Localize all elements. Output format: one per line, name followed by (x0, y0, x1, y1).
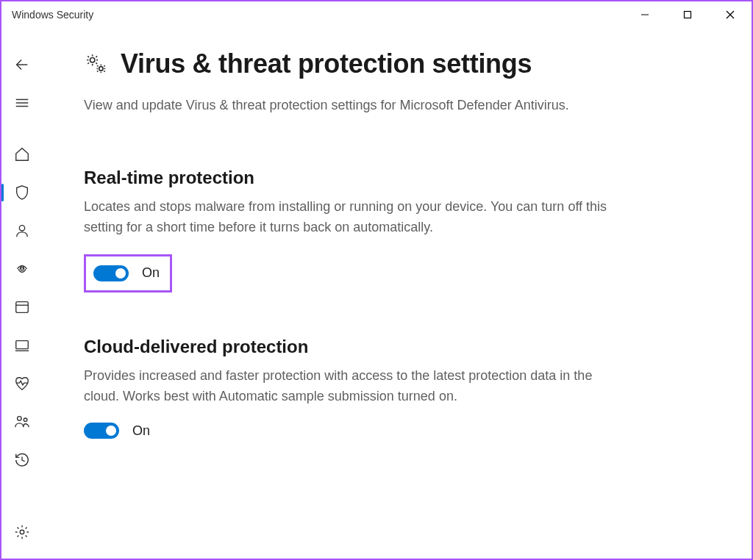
svg-point-16 (20, 530, 24, 534)
hamburger-icon (14, 95, 30, 111)
realtime-section-title: Real-time protection (84, 168, 707, 188)
account-icon (14, 223, 30, 239)
realtime-section-description: Locates and stops malware from installin… (84, 197, 613, 238)
sidebar-item-family[interactable] (1, 403, 43, 441)
back-arrow-icon (14, 57, 30, 73)
page-title: Virus & threat protection settings (121, 49, 532, 79)
shield-icon (14, 184, 30, 201)
svg-point-9 (21, 268, 24, 270)
sidebar-item-virus-threat[interactable] (1, 173, 43, 212)
titlebar: Windows Security (1, 1, 752, 28)
family-icon (14, 414, 30, 430)
page-header: Virus & threat protection settings (84, 49, 707, 79)
svg-point-15 (24, 418, 27, 422)
sidebar-item-settings[interactable] (1, 513, 43, 551)
history-icon (14, 452, 30, 468)
sidebar-item-firewall[interactable] (1, 250, 43, 288)
main-content: Virus & threat protection settings View … (43, 28, 752, 559)
maximize-icon (683, 10, 692, 19)
svg-rect-1 (685, 12, 691, 18)
svg-point-17 (90, 58, 95, 62)
sidebar-item-home[interactable] (1, 135, 43, 173)
maximize-button[interactable] (666, 1, 709, 28)
realtime-toggle[interactable] (93, 265, 129, 281)
cloud-toggle-row: On (84, 423, 707, 439)
sidebar-item-app-browser[interactable] (1, 288, 43, 326)
svg-point-14 (18, 417, 21, 421)
sidebar (1, 28, 43, 559)
cloud-section-description: Provides increased and faster protection… (84, 366, 613, 407)
back-button[interactable] (1, 46, 43, 84)
cloud-toggle[interactable] (84, 423, 119, 439)
svg-point-18 (99, 67, 103, 71)
app-browser-icon (14, 299, 30, 315)
gear-icon (14, 524, 30, 540)
window-title: Windows Security (12, 9, 93, 21)
sidebar-item-device-security[interactable] (1, 326, 43, 365)
svg-rect-10 (16, 302, 29, 313)
close-button[interactable] (709, 1, 752, 28)
menu-button[interactable] (1, 84, 43, 122)
close-icon (726, 10, 735, 19)
gears-icon (84, 51, 109, 76)
device-icon (14, 337, 30, 353)
sidebar-item-history[interactable] (1, 441, 43, 479)
realtime-toggle-label: On (142, 265, 160, 281)
cloud-toggle-label: On (132, 423, 150, 439)
svg-point-8 (19, 226, 24, 231)
minimize-icon (640, 10, 649, 19)
heart-health-icon (14, 376, 30, 392)
window-controls (624, 1, 752, 28)
svg-rect-12 (16, 341, 29, 349)
sidebar-item-device-performance[interactable] (1, 365, 43, 403)
page-description: View and update Virus & threat protectio… (84, 96, 613, 116)
cloud-section-title: Cloud-delivered protection (84, 337, 707, 357)
realtime-toggle-highlight: On (84, 254, 172, 292)
sidebar-item-account[interactable] (1, 212, 43, 250)
minimize-button[interactable] (624, 1, 666, 28)
firewall-icon (14, 261, 30, 277)
home-icon (14, 146, 30, 162)
